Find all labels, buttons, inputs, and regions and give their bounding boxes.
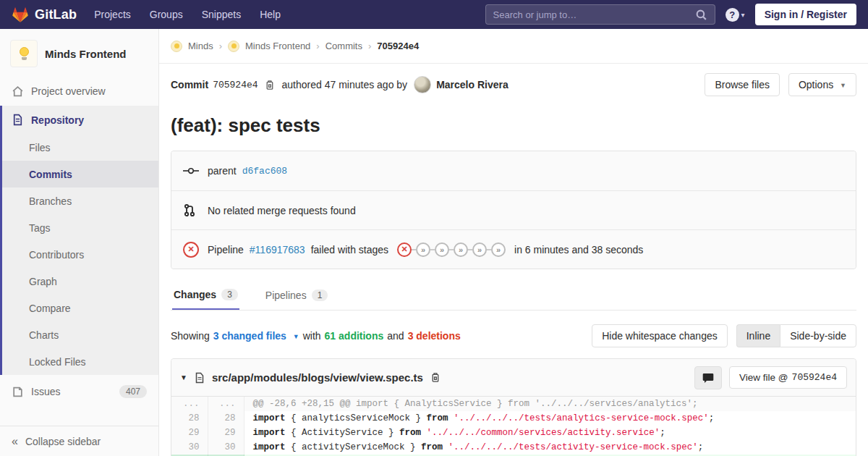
diff-line-row: 28 28 import { analyticsServiceMock } fr… (171, 411, 856, 426)
inline-view-button[interactable]: Inline (736, 324, 780, 347)
file-icon (194, 371, 205, 384)
pipeline-failed-icon[interactable]: ✕ (183, 242, 199, 258)
sidebar-item-contributors[interactable]: Contributors (2, 241, 158, 268)
diff-summary-row: Showing 3 changed files ▼ with 61 additi… (171, 324, 856, 347)
parent-label: parent (208, 165, 237, 177)
nav-link-help[interactable]: Help (260, 9, 281, 20)
diff-table: ... ... @@ -28,6 +28,15 @@ import { Anal… (171, 397, 856, 456)
diff-line-row: 30 30 import { activityServiceMock } fro… (171, 440, 856, 455)
global-search[interactable] (485, 4, 715, 25)
sidebar-item-charts[interactable]: Charts (2, 321, 158, 348)
gitlab-logo[interactable]: GitLab (12, 6, 77, 23)
sidebar-item-commits[interactable]: Commits (2, 161, 158, 187)
changed-files-dropdown[interactable]: 3 changed files ▼ (213, 330, 299, 342)
sidebar-item-project-overview[interactable]: Project overview (0, 77, 158, 106)
chevron-down-icon: ▼ (293, 333, 299, 340)
sidebar-item-repository[interactable]: Repository (2, 106, 158, 134)
merge-request-icon (183, 203, 196, 217)
chevron-down-icon: ▼ (840, 82, 846, 89)
home-icon (12, 85, 24, 98)
copy-sha-button[interactable] (264, 80, 275, 90)
pipeline-id-link[interactable]: #116917683 (250, 244, 305, 256)
tab-label: Changes (174, 289, 216, 300)
breadcrumb: Minds › Minds Frontend › Commits › 70592… (159, 29, 868, 64)
nav-link-snippets[interactable]: Snippets (202, 9, 241, 20)
breadcrumb-commit-sha: 705924e4 (377, 41, 419, 51)
breadcrumb-commits[interactable]: Commits (326, 41, 362, 51)
merge-requests-row: No related merge requests found (171, 190, 856, 229)
main-content: Minds › Minds Frontend › Commits › 70592… (159, 29, 868, 456)
new-line-number[interactable]: 29 (208, 426, 244, 440)
issues-count-badge: 407 (119, 385, 147, 398)
breadcrumb-minds-frontend[interactable]: Minds Frontend (245, 41, 310, 51)
tab-pipelines[interactable]: Pipelines 1 (264, 282, 330, 310)
commit-tabs: Changes 3 Pipelines 1 (171, 282, 856, 311)
code-line: import { activityServiceMock } from '../… (244, 440, 856, 455)
deletions-count: 3 deletions (408, 330, 461, 342)
new-line-number[interactable]: 28 (208, 411, 244, 426)
view-file-label: View file @ (739, 372, 788, 383)
old-line-number[interactable]: 28 (171, 411, 208, 426)
new-line-number[interactable]: 30 (208, 440, 244, 455)
sidebar-item-branches[interactable]: Branches (2, 187, 158, 214)
collapse-sidebar-label: Collapse sidebar (25, 436, 101, 447)
nav-link-groups[interactable]: Groups (150, 9, 183, 20)
side-by-side-view-button[interactable]: Side-by-side (780, 324, 856, 347)
project-sidebar: Minds Frontend Project overview Reposito… (0, 29, 159, 456)
stage-skipped-icon[interactable]: » (454, 242, 468, 257)
brand-name: GitLab (35, 7, 77, 22)
stage-skipped-icon[interactable]: » (491, 242, 506, 257)
sidebar-item-compare[interactable]: Compare (2, 295, 158, 321)
showing-text: Showing (171, 330, 210, 342)
sidebar-item-files[interactable]: Files (2, 134, 158, 161)
code-line: import { ActivityService } from '../../.… (244, 426, 856, 440)
sidebar-section-repository: Repository Files Commits Branches Tags C… (0, 106, 158, 375)
nav-link-projects[interactable]: Projects (94, 9, 131, 20)
help-dropdown[interactable]: ? ▾ (726, 8, 745, 22)
help-icon: ? (726, 8, 739, 22)
toggle-comments-button[interactable] (694, 366, 722, 389)
old-line-number[interactable]: 29 (171, 426, 208, 440)
sidebar-item-label: Project overview (31, 85, 106, 97)
tab-changes[interactable]: Changes 3 (172, 282, 239, 310)
search-input[interactable] (493, 9, 695, 20)
group-avatar (171, 41, 182, 52)
changes-count-badge: 3 (221, 289, 238, 300)
breadcrumb-minds[interactable]: Minds (188, 41, 213, 51)
options-label: Options (799, 79, 833, 90)
breadcrumb-separator: › (219, 41, 222, 51)
author-name[interactable]: Marcelo Rivera (436, 79, 509, 90)
chevron-down-icon: ▾ (741, 11, 745, 19)
view-file-button[interactable]: View file @ 705924e4 (729, 366, 847, 389)
sidebar-item-tags[interactable]: Tags (2, 214, 158, 241)
project-context-header[interactable]: Minds Frontend (0, 29, 158, 77)
stage-skipped-icon[interactable]: » (435, 242, 449, 257)
commit-info-box: parent d6fac608 No related merge request… (171, 151, 856, 269)
stage-skipped-icon[interactable]: » (416, 242, 430, 257)
collapse-sidebar-button[interactable]: « Collapse sidebar (0, 426, 159, 456)
sidebar-item-graph[interactable]: Graph (2, 268, 158, 295)
hide-whitespace-button[interactable]: Hide whitespace changes (592, 324, 728, 347)
sign-in-register-button[interactable]: Sign in / Register (755, 4, 856, 25)
commit-sha: 705924e4 (213, 80, 258, 90)
sidebar-item-locked-files[interactable]: Locked Files (2, 348, 158, 375)
collapse-diff-caret-icon[interactable]: ▼ (180, 373, 187, 381)
sidebar-item-issues[interactable]: Issues 407 (0, 375, 158, 408)
commit-icon (183, 165, 199, 177)
diff-file-path[interactable]: src/app/modules/blogs/view/view.spec.ts (212, 371, 423, 384)
commit-title: (feat): spec tests (171, 114, 856, 137)
comment-bubble-icon (702, 372, 714, 384)
new-line-number: ... (208, 397, 244, 411)
copy-path-button[interactable] (430, 372, 441, 383)
parent-sha-link[interactable]: d6fac608 (242, 166, 287, 177)
tab-label: Pipelines (265, 290, 307, 301)
old-line-number[interactable]: 30 (171, 440, 208, 455)
browse-files-button[interactable]: Browse files (705, 73, 779, 96)
pipeline-label: Pipeline (208, 244, 244, 256)
author-avatar[interactable] (414, 76, 431, 93)
stage-skipped-icon[interactable]: » (472, 242, 487, 257)
view-file-sha: 705924e4 (792, 372, 837, 383)
options-dropdown-button[interactable]: Options ▼ (788, 73, 856, 96)
old-line-number: ... (171, 397, 208, 411)
stage-failed-icon[interactable]: ✕ (397, 242, 412, 257)
